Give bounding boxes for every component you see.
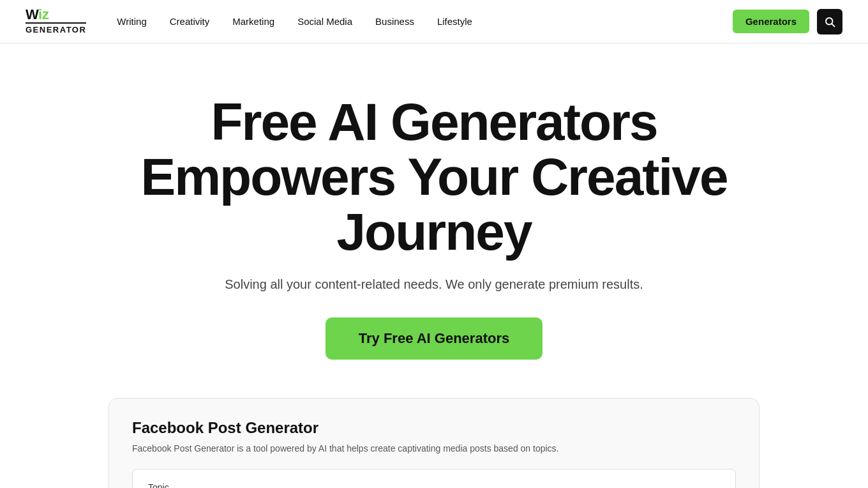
logo-top: Wiz [26,8,86,22]
nav-item-social-media[interactable]: Social Media [297,16,352,27]
navbar: Wiz Generator Writing Creativity Marketi… [0,0,868,43]
nav-links: Writing Creativity Marketing Social Medi… [117,16,733,27]
preview-section: Facebook Post Generator Facebook Post Ge… [0,398,868,488]
nav-item-business[interactable]: Business [375,16,414,27]
generators-button[interactable]: Generators [733,10,809,33]
nav-right: Generators [733,9,842,34]
nav-item-writing[interactable]: Writing [117,16,146,27]
hero-title: Free AI Generators Empowers Your Creativ… [99,95,769,259]
logo-bottom: Generator [26,22,86,35]
preview-card: Facebook Post Generator Facebook Post Ge… [108,398,760,488]
nav-item-creativity[interactable]: Creativity [170,16,210,27]
nav-item-lifestyle[interactable]: Lifestyle [437,16,472,27]
try-generators-button[interactable]: Try Free AI Generators [326,317,542,360]
card-description: Facebook Post Generator is a tool powere… [132,443,736,454]
search-button[interactable] [817,9,842,34]
nav-item-marketing[interactable]: Marketing [232,16,274,27]
hero-subtitle: Solving all your content-related needs. … [225,277,643,292]
hero-section: Free AI Generators Empowers Your Creativ… [0,43,868,398]
topic-label: Topic [148,482,720,488]
svg-line-1 [832,24,834,26]
form-section: Topic Submit AI Result [132,469,736,488]
logo[interactable]: Wiz Generator [26,8,86,35]
search-icon [824,16,835,27]
card-title: Facebook Post Generator [132,419,736,437]
